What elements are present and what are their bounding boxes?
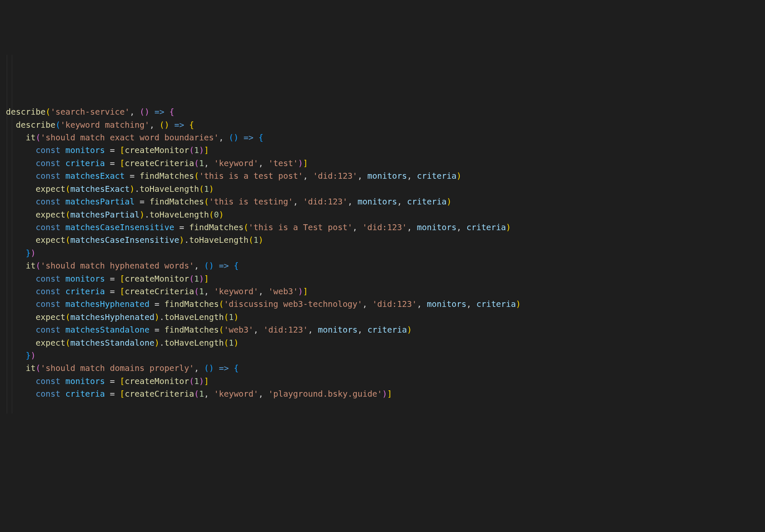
code-token: 'did:123': [303, 197, 347, 207]
code-editor[interactable]: describe('search-service', () => { descr…: [6, 55, 765, 414]
code-line[interactable]: expect(matchesPartial).toHaveLength(0): [6, 209, 765, 221]
code-token: monitors: [427, 299, 466, 309]
code-line[interactable]: expect(matchesStandalone).toHaveLength(1…: [6, 337, 765, 349]
code-token: expect: [35, 210, 65, 220]
code-line[interactable]: const criteria = [createCriteria(1, 'key…: [6, 285, 765, 298]
code-token: ,: [194, 363, 204, 373]
code-line[interactable]: it('should match exact word boundaries',…: [6, 132, 765, 144]
code-token: ,: [456, 223, 466, 232]
code-token: (: [35, 133, 40, 142]
code-token: [60, 274, 65, 284]
code-token: 'this is a Test post': [248, 223, 353, 232]
code-token: [6, 133, 26, 142]
code-line[interactable]: const matchesHyphenated = findMatches('d…: [6, 298, 765, 311]
code-token: [60, 159, 65, 168]
code-token: findMatches: [189, 223, 243, 232]
code-line[interactable]: const matchesCaseInsensitive = findMatch…: [6, 221, 765, 234]
code-token: 'did:123': [372, 299, 417, 309]
code-token: monitors: [65, 145, 105, 155]
code-token: const: [35, 299, 60, 309]
code-token: [6, 171, 35, 181]
code-token: 'should match hyphenated words': [40, 261, 194, 271]
code-token: 1: [229, 312, 234, 322]
code-line[interactable]: expect(matchesCaseInsensitive).toHaveLen…: [6, 234, 765, 247]
code-token: (: [204, 197, 209, 207]
code-token: it: [26, 363, 35, 373]
code-line[interactable]: const matchesPartial = findMatches('this…: [6, 196, 765, 208]
code-line[interactable]: const matchesStandalone = findMatches('w…: [6, 324, 765, 336]
code-token: (: [65, 184, 70, 194]
code-token: ]: [303, 159, 308, 168]
code-token: .: [159, 312, 164, 322]
code-token: 1: [194, 376, 199, 386]
code-token: (: [219, 299, 224, 309]
code-token: ): [130, 184, 135, 194]
code-token: [6, 261, 26, 271]
code-token: 'keyword': [214, 287, 259, 296]
code-line[interactable]: const criteria = [createCriteria(1, 'key…: [6, 388, 765, 400]
code-token: 'this is a test post': [199, 171, 303, 181]
code-token: ,: [407, 223, 417, 232]
code-token: const: [35, 223, 60, 232]
code-token: [: [120, 389, 125, 399]
code-token: [184, 120, 189, 130]
code-line[interactable]: expect(matchesHyphenated).toHaveLength(1…: [6, 311, 765, 324]
code-token: ): [199, 274, 204, 284]
code-token: ,: [204, 287, 214, 296]
code-line[interactable]: describe('search-service', () => {: [6, 106, 765, 118]
code-token: [6, 210, 35, 220]
code-token: createCriteria: [125, 389, 194, 399]
code-token: [: [120, 287, 125, 296]
code-token: [6, 120, 16, 130]
code-token: (: [224, 312, 229, 322]
code-token: [: [120, 159, 125, 168]
code-line[interactable]: describe('keyword matching', () => {: [6, 119, 765, 132]
code-line[interactable]: it('should match hyphenated words', () =…: [6, 260, 765, 272]
code-line[interactable]: const matchesExact = findMatches('this i…: [6, 170, 765, 183]
code-token: [6, 235, 35, 245]
code-line[interactable]: }): [6, 349, 765, 362]
code-token: {: [234, 363, 239, 373]
code-token: matchesStandalone: [65, 325, 150, 335]
code-token: 'this is testing': [209, 197, 293, 207]
code-token: ,: [259, 159, 268, 168]
code-token: const: [35, 287, 60, 296]
code-token: matchesExact: [70, 184, 130, 194]
code-line[interactable]: const monitors = [createMonitor(1)]: [6, 375, 765, 388]
code-token: criteria: [476, 299, 516, 309]
code-content[interactable]: describe('search-service', () => { descr…: [6, 106, 765, 400]
code-token: criteria: [407, 197, 447, 207]
code-token: 1: [199, 287, 204, 296]
code-token: ): [298, 159, 303, 168]
code-line[interactable]: expect(matchesExact).toHaveLength(1): [6, 183, 765, 196]
code-line[interactable]: }): [6, 247, 765, 260]
code-token: 'web3': [268, 287, 298, 296]
code-token: =: [174, 223, 189, 232]
code-token: [239, 133, 244, 142]
code-token: expect: [35, 184, 65, 194]
code-token: 'web3': [224, 325, 253, 335]
code-token: =: [125, 171, 140, 181]
code-token: const: [35, 274, 60, 284]
code-token: [169, 120, 174, 130]
code-token: }: [26, 248, 31, 258]
code-token: ]: [204, 274, 209, 284]
code-token: createCriteria: [125, 159, 194, 168]
code-token: findMatches: [164, 325, 219, 335]
code-token: matchesHyphenated: [70, 312, 155, 322]
code-line[interactable]: const monitors = [createMonitor(1)]: [6, 144, 765, 157]
code-token: [60, 287, 65, 296]
code-token: (: [65, 235, 70, 245]
code-line[interactable]: const monitors = [createMonitor(1)]: [6, 273, 765, 285]
code-line[interactable]: const criteria = [createCriteria(1, 'key…: [6, 157, 765, 170]
code-token: [214, 363, 219, 373]
code-token: ): [456, 171, 461, 181]
code-token: const: [35, 325, 60, 335]
code-token: 'should match domains properly': [40, 363, 194, 373]
code-token: ): [506, 223, 511, 232]
code-line[interactable]: it('should match domains properly', () =…: [6, 362, 765, 375]
code-token: const: [35, 159, 60, 168]
code-token: it: [26, 133, 35, 142]
code-token: 'test': [268, 159, 298, 168]
code-token: (: [189, 376, 194, 386]
